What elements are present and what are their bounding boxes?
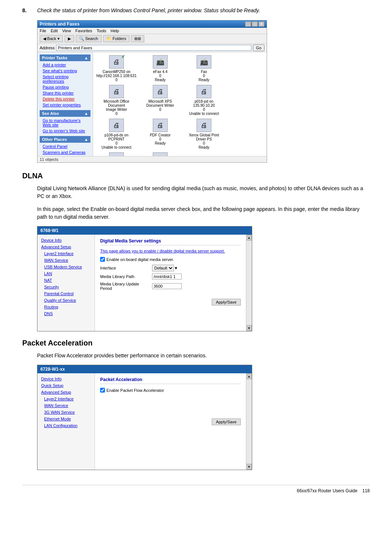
- nav-qos[interactable]: Quality of Service: [37, 297, 95, 304]
- nav-device-info[interactable]: Device Info: [37, 237, 95, 244]
- packet-nav-wan[interactable]: WAN Service: [37, 402, 95, 409]
- scroll-up-arrow[interactable]: ▲: [247, 235, 252, 241]
- printer-p108[interactable]: 🖨 p108-pd-ds on PCPRINT0Unable to connec…: [96, 119, 137, 149]
- packet-nav-lan-config[interactable]: LAN Configuration: [37, 422, 95, 429]
- minimize-button[interactable]: _: [245, 22, 251, 27]
- nav-routing[interactable]: Routing: [37, 304, 95, 310]
- step-text: Check the status of printer from Windows…: [37, 7, 260, 13]
- packet-scroll-up[interactable]: ▲: [247, 373, 252, 379]
- printer-properties-link[interactable]: Set printer properties: [40, 102, 90, 108]
- add-printer-link[interactable]: Add a printer: [40, 62, 90, 68]
- search-button[interactable]: 🔍 Search: [76, 35, 102, 42]
- dlna-content-link[interactable]: This page allows you to enable / disable…: [100, 249, 225, 253]
- menu-edit[interactable]: Edit: [51, 29, 58, 33]
- printer-p018[interactable]: 🖨 p018-pd on 135.90.10.200Unable to conn…: [184, 85, 224, 116]
- packet-checkbox-row[interactable]: Enable Packet Flow Accelerator: [100, 388, 241, 393]
- printer-name-pdf: PDF Creator0Ready: [150, 133, 171, 145]
- printer-ms-xps[interactable]: 🖨 Microsoft XPS Document Writer0: [140, 85, 181, 116]
- window-title: Printers and Faxes: [40, 22, 79, 27]
- nav-advanced-setup[interactable]: Advanced Setup: [37, 244, 95, 250]
- window-main: Printer Tasks ▲ Add a printer See what's…: [37, 52, 267, 156]
- back-button[interactable]: ◀ Back ▾: [40, 35, 63, 42]
- window-titlebar: Printers and Faxes _ □ ✕: [37, 20, 267, 28]
- toolbar[interactable]: ◀ Back ▾ ▶ 🔍 Search 📁 Folders ⊞⊞: [37, 34, 267, 44]
- packet-nav-device-info[interactable]: Device Info: [37, 376, 95, 382]
- close-button[interactable]: ✕: [258, 22, 264, 27]
- media-library-path-row: Media Library Path: [100, 274, 241, 280]
- packet-enable-checkbox[interactable]: [100, 388, 105, 393]
- go-button[interactable]: Go: [253, 44, 264, 51]
- scanners-cameras-link[interactable]: Scanners and Cameras: [40, 149, 90, 155]
- printer-canonmp250[interactable]: 🖨 CanonMP250 onhttp://192.168.1.108:6310: [96, 55, 137, 82]
- printer-ms-office[interactable]: 🖨 Microsoft Office DocumentImage Writer0: [96, 85, 137, 116]
- printer-xerox[interactable]: 🖨 Xerox Global Print Driver PS0Ready: [184, 119, 224, 149]
- printer-icon-xerox: 🖨: [197, 119, 211, 132]
- window-controls[interactable]: _ □ ✕: [245, 22, 264, 27]
- packet-nav-quick-setup[interactable]: Quick Setup: [37, 382, 95, 389]
- printer-screenshot: Printers and Faxes _ □ ✕ File Edit View …: [37, 20, 267, 163]
- packet-apply-save-button[interactable]: Apply/Save: [212, 419, 241, 425]
- nav-layer2-interface[interactable]: Layer2 Interface: [37, 250, 95, 257]
- printer-icon-p018: 🖨: [197, 85, 211, 98]
- nav-nat[interactable]: NAT: [37, 277, 95, 284]
- forward-button[interactable]: ▶: [65, 35, 74, 42]
- views-button[interactable]: ⊞⊞: [131, 35, 144, 42]
- dlna-paragraph1: Digital Living Network Alliance (DLNA) i…: [37, 185, 370, 200]
- see-printing-link[interactable]: See what's printing: [40, 68, 90, 74]
- printer-icon-ms-office: 🖨: [109, 85, 124, 98]
- printer-icon-fax: 📠: [197, 55, 211, 69]
- pause-printing-link[interactable]: Pause printing: [40, 84, 90, 90]
- nav-security[interactable]: Security: [37, 284, 95, 290]
- restore-button[interactable]: □: [252, 22, 258, 27]
- printing-prefs-link[interactable]: Select printing preferences: [40, 74, 90, 84]
- dlna-scrollbar[interactable]: ▲ ▼: [246, 235, 252, 331]
- menu-view[interactable]: View: [62, 29, 71, 33]
- address-input[interactable]: [56, 45, 251, 51]
- dlna-enable-checkbox[interactable]: [100, 257, 105, 262]
- interface-label: Interface: [100, 266, 152, 270]
- menu-tools[interactable]: Tools: [97, 29, 106, 33]
- menu-file[interactable]: File: [40, 29, 46, 33]
- packet-nav-ethernet[interactable]: Ethernet Mode: [37, 416, 95, 422]
- packet-nav-3g-wan[interactable]: 3G WAN Service: [37, 409, 95, 416]
- printer-name-canonmp250: CanonMP250 onhttp://192.168.1.108:6310: [96, 70, 136, 82]
- printer-pdf[interactable]: 🖨 PDF Creator0Ready: [140, 119, 181, 149]
- nav-usb-modem[interactable]: USB Modem Service: [37, 264, 95, 270]
- packet-nav-layer2[interactable]: Layer2 Interface: [37, 396, 95, 402]
- packet-scroll-track[interactable]: [247, 379, 252, 464]
- printer-site-link[interactable]: Go to printer's Web site: [40, 128, 90, 134]
- delete-printer-link[interactable]: Delete this printer: [40, 96, 90, 102]
- packet-scroll-down[interactable]: ▼: [247, 464, 252, 470]
- menu-help[interactable]: Help: [111, 29, 119, 33]
- packet-scrollbar[interactable]: ▲ ▼: [246, 373, 252, 470]
- address-bar[interactable]: Address Go: [37, 44, 267, 52]
- nav-wan-service[interactable]: WAN Service: [37, 257, 95, 264]
- printer-efax[interactable]: 📠 eFax 4.40Ready: [140, 55, 181, 82]
- printer-fax[interactable]: 📠 Fax0Ready: [184, 55, 224, 82]
- dlna-router-nav: Device Info Advanced Setup Layer2 Interf…: [37, 235, 95, 331]
- dlna-router-titlebar: 6768-W1: [37, 226, 252, 235]
- scroll-track[interactable]: [247, 241, 252, 325]
- printer-xr238[interactable]: 🖨 xr-238wcp-zw2-1 onhttp://snioakdc01.oa…: [96, 152, 137, 156]
- manufacturer-site-link[interactable]: Go to manufacturer's Web site: [40, 118, 90, 128]
- printer-icon-pdf: 🖨: [153, 119, 168, 132]
- media-update-period-input[interactable]: [152, 283, 182, 289]
- dlna-enable-checkbox-row[interactable]: Enable on-board digital media server.: [100, 257, 241, 262]
- nav-parental-control[interactable]: Parental Control: [37, 290, 95, 297]
- media-library-path-input[interactable]: [152, 274, 182, 280]
- printer-xr7665[interactable]: 🖨 xr-7665-zw2-1 onhttp://snioakdc01.oak.…: [140, 152, 181, 156]
- control-panel-link[interactable]: Control Panel: [40, 143, 90, 149]
- nav-dns[interactable]: DNS: [37, 310, 95, 317]
- menu-favorites[interactable]: Favorites: [75, 29, 92, 33]
- footer-page-number: 118: [362, 488, 370, 493]
- interface-select[interactable]: Default: [152, 265, 174, 271]
- scroll-down-arrow[interactable]: ▼: [247, 325, 252, 331]
- nav-lan[interactable]: LAN: [37, 270, 95, 277]
- dlna-apply-save-button[interactable]: Apply/Save: [212, 299, 241, 305]
- packet-router-body: Device Info Quick Setup Advanced Setup L…: [37, 373, 252, 470]
- media-update-period-row: Media Library Update Period: [100, 282, 241, 291]
- menu-bar[interactable]: File Edit View Favorites Tools Help: [37, 28, 267, 34]
- packet-nav-advanced-setup[interactable]: Advanced Setup: [37, 389, 95, 396]
- folders-button[interactable]: 📁 Folders: [103, 35, 130, 42]
- share-printer-link[interactable]: Share this printer: [40, 90, 90, 96]
